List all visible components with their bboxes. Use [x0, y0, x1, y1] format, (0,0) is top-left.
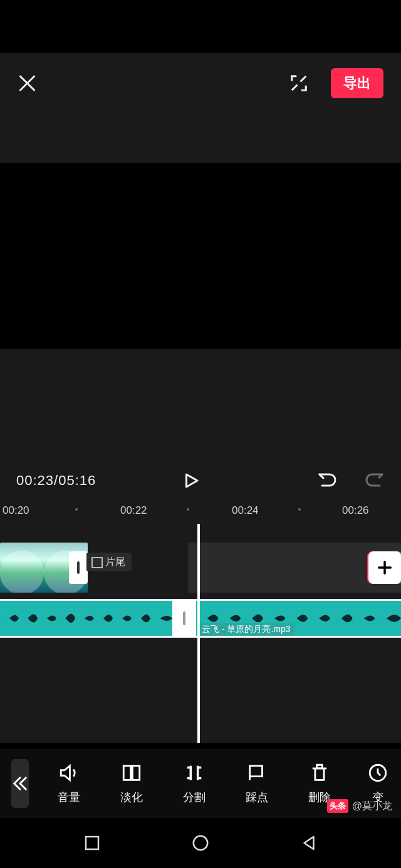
- svg-rect-2: [123, 766, 130, 780]
- status-bar-area: [0, 0, 401, 53]
- svg-point-6: [194, 836, 208, 850]
- play-icon[interactable]: [182, 470, 200, 491]
- svg-rect-5: [86, 837, 98, 849]
- tool-label: 音量: [58, 790, 80, 805]
- ruler-tick: 00:22: [120, 504, 147, 517]
- export-button[interactable]: 导出: [331, 68, 383, 98]
- undo-icon[interactable]: [317, 471, 338, 490]
- playback-bar: 00:23/05:16: [0, 461, 401, 500]
- tool-volume[interactable]: 音量: [38, 762, 100, 805]
- close-icon[interactable]: [18, 74, 36, 93]
- tool-label: 踩点: [246, 790, 268, 805]
- tool-beat[interactable]: 踩点: [226, 762, 288, 805]
- clip-trim-handle[interactable]: [69, 551, 88, 584]
- audio-waveform-left[interactable]: [0, 601, 172, 636]
- clip-tail-label: 片尾: [105, 556, 125, 569]
- clip-tail-chip[interactable]: 片尾: [86, 553, 132, 571]
- tool-split[interactable]: 分割: [163, 762, 226, 805]
- ruler-dot: [298, 508, 301, 511]
- nav-back-icon[interactable]: [299, 834, 318, 852]
- tool-delete[interactable]: 删除: [288, 762, 351, 805]
- fullscreen-icon[interactable]: [289, 74, 308, 93]
- preview-padding-top: [0, 113, 401, 163]
- tool-fade[interactable]: 淡化: [100, 762, 163, 805]
- video-preview[interactable]: [0, 163, 401, 349]
- ruler-dot: [187, 508, 189, 511]
- ruler-dot: [75, 508, 78, 511]
- svg-rect-3: [132, 766, 139, 780]
- nav-recent-icon[interactable]: [83, 834, 102, 852]
- tool-speed[interactable]: 变: [351, 762, 401, 805]
- timeline[interactable]: 片尾 云飞 - 草原的月亮.mp3: [0, 524, 401, 743]
- audio-trim-handle[interactable]: [172, 599, 196, 638]
- android-navbar: [0, 818, 401, 868]
- ruler-tick: 00:26: [342, 504, 369, 517]
- ruler-tick: 00:24: [232, 504, 259, 517]
- time-display: 00:23/05:16: [16, 472, 96, 489]
- header: 导出: [0, 53, 401, 113]
- audio-clip-label: 云飞 - 草原的月亮.mp3: [198, 623, 294, 636]
- watermark-author: @莫小龙: [352, 800, 392, 813]
- collapse-toolbar-button[interactable]: [11, 759, 29, 808]
- redo-icon[interactable]: [363, 471, 385, 490]
- preview-padding-bottom: [0, 349, 401, 461]
- watermark-badge: 头条: [327, 799, 348, 813]
- timeline-ruler[interactable]: 00:20 00:22 00:24 00:26: [0, 500, 401, 524]
- add-clip-button[interactable]: [368, 551, 401, 584]
- ruler-tick: 00:20: [3, 504, 29, 517]
- nav-home-icon[interactable]: [191, 834, 210, 852]
- tool-label: 淡化: [120, 790, 143, 805]
- tool-label: 分割: [183, 790, 206, 805]
- audio-track[interactable]: 云飞 - 草原的月亮.mp3: [0, 599, 401, 638]
- playhead[interactable]: [197, 524, 200, 743]
- watermark: 头条 @莫小龙: [327, 799, 392, 813]
